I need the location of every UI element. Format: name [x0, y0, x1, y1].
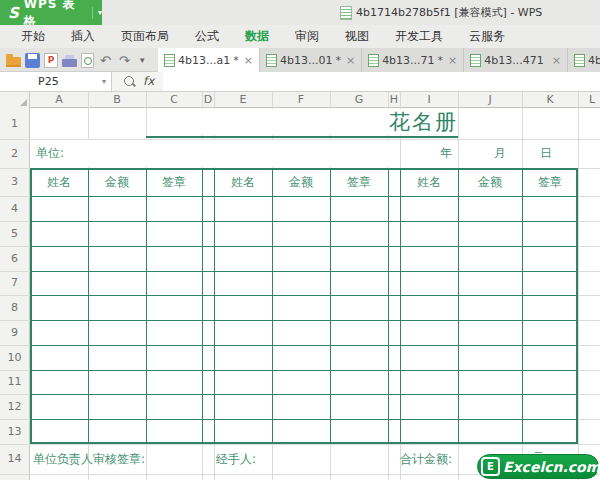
formula-bar: P25 ▾ fx: [0, 72, 600, 92]
column-header[interactable]: B: [113, 92, 121, 108]
column-header[interactable]: I: [427, 92, 430, 108]
table-header-seal: 签章: [162, 168, 186, 196]
print-preview-icon[interactable]: [81, 53, 94, 68]
row-header[interactable]: 9: [0, 320, 29, 345]
magnifier-icon[interactable]: [124, 76, 134, 86]
table-border: [202, 168, 203, 444]
table-border: [88, 168, 89, 444]
close-icon[interactable]: ×: [244, 54, 253, 67]
close-icon[interactable]: ×: [346, 54, 355, 67]
gridline: [578, 92, 579, 480]
menu-tab-insert[interactable]: 插入: [58, 28, 108, 45]
titlebar: S WPS 表格 ▾ 4b1714b278b5f1 [兼容模式] - WPS: [0, 0, 600, 25]
row-header[interactable]: 5: [0, 221, 29, 246]
table-border: [30, 221, 578, 222]
formula-input[interactable]: [163, 72, 600, 91]
column-header[interactable]: J: [488, 92, 491, 108]
year-label: 年: [440, 139, 452, 168]
row-header[interactable]: 12: [0, 394, 29, 419]
table-border: [30, 419, 578, 420]
row-header[interactable]: 3: [0, 168, 29, 196]
row-header[interactable]: 8: [0, 295, 29, 320]
chevron-down-icon[interactable]: ▾: [92, 7, 102, 19]
doc-tab-label: 4b13...71: [382, 54, 434, 67]
column-header[interactable]: F: [298, 92, 304, 108]
menu-tab-formulas[interactable]: 公式: [182, 28, 232, 45]
merged-cell-mask: [31, 140, 399, 167]
table-header-seal: 签章: [347, 168, 371, 196]
row-header[interactable]: 11: [0, 370, 29, 394]
row-header[interactable]: 10: [0, 345, 29, 370]
toolbar-dropdown-icon[interactable]: ▾: [140, 55, 145, 65]
row-header[interactable]: 14: [0, 444, 29, 474]
modified-marker: *: [438, 54, 444, 67]
print-icon[interactable]: [62, 59, 77, 67]
excelcn-watermark: E Excelcn.com: [477, 454, 599, 479]
table-header-amount: 金额: [105, 168, 129, 196]
undo-icon[interactable]: ↶: [98, 53, 113, 68]
sheet-file-icon: [574, 54, 585, 67]
table-border: [272, 168, 273, 444]
table-border: [388, 168, 389, 444]
column-header[interactable]: E: [240, 92, 247, 108]
column-header[interactable]: C: [170, 92, 178, 108]
doc-tab-label: 4b13...471: [484, 54, 543, 67]
doc-tab-3[interactable]: 4b13...71 * ×: [362, 48, 464, 72]
table-border: [214, 168, 215, 444]
row-header-column: 1 2 3 4 5 6 7 8 9 10 11 12 13 14: [0, 108, 30, 480]
doc-tab-1[interactable]: 4b13...a1 * ×: [158, 48, 260, 72]
column-header[interactable]: G: [355, 92, 364, 108]
menu-tab-developer[interactable]: 开发工具: [382, 28, 456, 45]
table-border: [30, 196, 578, 197]
day-label: 日: [540, 139, 552, 168]
export-pdf-icon[interactable]: P: [44, 53, 58, 68]
save-icon[interactable]: [25, 53, 40, 68]
name-box[interactable]: P25 ▾: [0, 72, 112, 91]
row-header[interactable]: 1: [0, 108, 29, 139]
sheet-file-icon: [164, 54, 175, 67]
column-header[interactable]: A: [55, 92, 63, 108]
row-header[interactable]: 7: [0, 271, 29, 295]
doc-tab-4[interactable]: 4b13...471 ×: [464, 48, 568, 72]
row-header[interactable]: 2: [0, 139, 29, 168]
table-header-name: 姓名: [231, 168, 255, 196]
wps-app-menu-button[interactable]: S WPS 表格 ▾: [0, 0, 102, 25]
menu-tab-home[interactable]: 开始: [8, 28, 58, 45]
total-amount-label: 合计金额:: [400, 444, 452, 474]
doc-tab-2[interactable]: 4b13...01 * ×: [260, 48, 362, 72]
open-folder-icon[interactable]: [6, 57, 21, 67]
close-icon[interactable]: ×: [552, 54, 561, 67]
table-header-seal: 签章: [538, 168, 562, 196]
excelcn-logo-icon: E: [481, 457, 500, 476]
select-all-corner[interactable]: [0, 92, 30, 108]
row-header[interactable]: 13: [0, 419, 29, 444]
menu-tab-page-layout[interactable]: 页面布局: [108, 28, 182, 45]
doc-tab-5[interactable]: 4b13...d1 * ×: [568, 48, 600, 72]
document-tab-strip: 4b13...a1 * × 4b13...01 * × 4b13...71 * …: [158, 48, 600, 72]
form-title: 花名册: [389, 109, 458, 136]
row-header[interactable]: 6: [0, 246, 29, 271]
auditor-signature-label: 单位负责人审核签章:: [33, 444, 145, 474]
menu-tab-data[interactable]: 数据: [232, 28, 282, 45]
column-header[interactable]: K: [546, 92, 553, 108]
sheet-file-icon: [266, 54, 277, 67]
close-icon[interactable]: ×: [448, 54, 457, 67]
doc-tab-label: 4b13...d1: [588, 54, 600, 67]
toolbar-row: P ↶ ↷ ▾ 4b13...a1 * × 4b13...01 * × 4b13: [0, 48, 600, 72]
column-header[interactable]: H: [390, 92, 398, 108]
menu-tab-view[interactable]: 视图: [332, 28, 382, 45]
redo-icon[interactable]: ↷: [117, 53, 132, 68]
title-underline: [146, 136, 458, 138]
wps-logo-s: S: [8, 4, 19, 22]
menu-tab-cloud[interactable]: 云服务: [456, 28, 518, 45]
insert-function-fx-icon[interactable]: fx: [143, 72, 154, 91]
menubar: 开始 插入 页面布局 公式 数据 审阅 视图 开发工具 云服务: [0, 25, 600, 48]
sheet-file-icon: [470, 54, 481, 67]
row-header[interactable]: 4: [0, 196, 29, 221]
modified-marker: *: [335, 54, 341, 67]
menu-tab-review[interactable]: 审阅: [282, 28, 332, 45]
column-header[interactable]: L: [589, 92, 595, 108]
column-header[interactable]: D: [204, 92, 212, 108]
table-header-name: 姓名: [47, 168, 71, 196]
chevron-down-icon[interactable]: ▾: [102, 72, 106, 91]
